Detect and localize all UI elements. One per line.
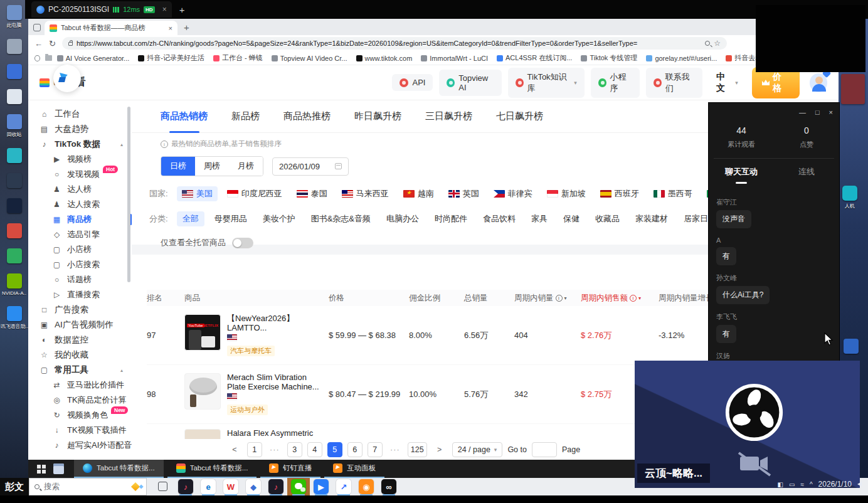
category-option[interactable]: 保健	[558, 211, 585, 226]
sidebar-item[interactable]: □ 广告搜索	[28, 302, 132, 317]
country-option[interactable]: 越南	[398, 186, 439, 201]
bookmark-item[interactable]: Tiktok 专线管理	[581, 53, 637, 63]
category-option[interactable]: 家具	[526, 211, 553, 226]
language-selector[interactable]: 中文 ▾	[716, 71, 738, 94]
sidebar-item[interactable]: ▣ AI广告视频制作	[28, 317, 132, 332]
bookmark-item[interactable]: AI Voice Generator...	[57, 55, 130, 62]
page-button[interactable]: 5	[327, 442, 342, 457]
bookmark-item[interactable]: ACL4SSR 在线订阅...	[497, 53, 572, 63]
category-option[interactable]: 全部	[177, 211, 204, 226]
desktop-icon[interactable]	[7, 89, 22, 104]
tab-search-icon[interactable]	[33, 24, 41, 31]
page-button[interactable]: <	[227, 442, 242, 457]
taskbar-app[interactable]: ∞	[378, 478, 400, 495]
sidebar-item[interactable]: ▦ 商品榜	[28, 212, 132, 227]
taskbar-app[interactable]: ▶	[310, 478, 332, 495]
reading-list-icon[interactable]	[34, 55, 40, 61]
taskbar-app[interactable]: 互动面板	[324, 460, 384, 478]
sidebar-item[interactable]: ◎ TK商品定价计算	[28, 393, 132, 408]
category-option[interactable]: 时尚配件	[429, 211, 473, 226]
period-option[interactable]: 周榜	[195, 157, 229, 176]
desktop-icon[interactable]: 回收站	[7, 114, 22, 138]
floating-widget[interactable]	[53, 65, 81, 92]
rank-tab[interactable]: 昨日飙升榜	[354, 100, 401, 133]
tray-icon[interactable]: ^	[810, 481, 813, 488]
column-header[interactable]: 总销量 ▾	[464, 293, 514, 304]
sidebar-item[interactable]: ♟ 达人榜	[28, 182, 132, 197]
browser-tab[interactable]: Tabcut 特看数据——商品榜 ×	[45, 21, 177, 35]
desktop-icon[interactable]	[7, 198, 22, 213]
taskbar-app[interactable]: W	[220, 478, 242, 495]
bookmark-item[interactable]: ImmortalWrt - LuCI	[421, 55, 488, 62]
header-nav-item[interactable]: Topview AI	[439, 70, 501, 96]
page-button[interactable]: 125	[408, 442, 427, 457]
period-option[interactable]: 月榜	[229, 157, 263, 176]
bookmark-item[interactable]: gorelay.net/#/useri...	[646, 55, 717, 62]
desktop-icon[interactable]: 此电脑	[7, 5, 22, 29]
sidebar-item[interactable]: ♪ 超写实AI外语配音	[28, 438, 132, 453]
column-header[interactable]: 周期内销售额 ▾	[581, 293, 659, 304]
desktop-icon[interactable]	[844, 339, 859, 354]
category-option[interactable]: 图书&杂志&音频	[305, 211, 376, 226]
country-option[interactable]: 泰国	[292, 186, 332, 201]
clock-date[interactable]: 2026/1/10	[818, 480, 852, 489]
page-button[interactable]: >	[432, 442, 447, 457]
country-option[interactable]: 新加坡	[542, 186, 591, 201]
taskbar-app[interactable]: Tabcut 特看数据...	[74, 460, 164, 478]
reload-icon[interactable]: ↻	[49, 39, 56, 48]
sidebar-item[interactable]: ↻ 视频换角色 New	[28, 408, 132, 423]
category-option[interactable]: 母婴用品	[209, 211, 253, 226]
bookmark-item[interactable]: Topview AI Video Cr...	[272, 55, 347, 62]
close-icon[interactable]: ×	[162, 5, 167, 14]
taskbar-app[interactable]: ♪	[174, 478, 197, 495]
taskbar-app[interactable]: ↗	[332, 478, 355, 495]
sidebar-item[interactable]: ☆ 我的收藏	[28, 347, 132, 363]
bookmark-item[interactable]: 抖音-记录美好生活	[138, 53, 204, 63]
remote-desktop-tab[interactable]: PC-20250113ISGI 12ms HD ×	[31, 1, 172, 18]
desktop-icon[interactable]: 讯飞语音助..	[1, 306, 28, 330]
maximize-icon[interactable]: □	[815, 109, 820, 116]
sidebar-item[interactable]: ○ 发现视频 Hot	[28, 167, 132, 182]
desktop-icon[interactable]	[7, 223, 22, 238]
tabcut-logo[interactable]: ut 特看	[40, 76, 129, 89]
taskbar-app[interactable]: ◆	[242, 478, 265, 495]
sidebar-item[interactable]: ▢ 小店搜索	[28, 257, 132, 272]
chat-tab[interactable]: 连线	[774, 166, 839, 184]
tray-icon[interactable]: ◧	[778, 481, 783, 488]
page-button[interactable]: ···	[388, 442, 403, 457]
page-button[interactable]: 6	[347, 442, 363, 457]
taskbar-app[interactable]: e	[197, 478, 220, 495]
sidebar-item[interactable]: ▢ 小店榜	[28, 242, 132, 257]
desktop-icon[interactable]	[7, 39, 22, 54]
rank-tab[interactable]: 商品热推榜	[283, 100, 331, 133]
page-button[interactable]: 7	[368, 442, 383, 457]
task-view-icon[interactable]	[158, 482, 167, 491]
product-cell[interactable]: YouTube NETFLIX 【NewYear2026】 LAMTTO... …	[184, 314, 329, 357]
close-tab-icon[interactable]: ×	[169, 24, 172, 32]
period-option[interactable]: 日榜	[161, 157, 195, 176]
page-button[interactable]: 3	[287, 442, 302, 457]
rank-tab[interactable]: 七日飙升榜	[496, 100, 543, 133]
desktop-icon[interactable]: 人机	[842, 186, 857, 209]
column-header[interactable]: 佣金比例 ▾	[409, 293, 464, 304]
country-option[interactable]: 墨西哥	[648, 186, 697, 201]
bookmark-item[interactable]: www.tiktok.com	[356, 55, 413, 62]
column-header[interactable]: 商品 ▾	[184, 293, 329, 304]
start-button[interactable]	[37, 465, 41, 469]
sort-caret-icon[interactable]: ▾	[564, 295, 567, 301]
avatar[interactable]	[810, 73, 828, 92]
zoom-icon[interactable]	[705, 41, 710, 46]
column-header[interactable]: 周期内销量 ▾	[514, 293, 581, 304]
header-nav-item[interactable]: API	[392, 74, 433, 91]
category-option[interactable]: 家装建材	[630, 211, 674, 226]
country-option[interactable]: 英国	[443, 186, 484, 201]
chat-tab[interactable]: 聊天互动	[709, 166, 774, 184]
sidebar-item[interactable]: ▶ 视频榜	[28, 152, 132, 167]
rank-tab[interactable]: 商品热销榜	[161, 100, 208, 133]
taskbar-app[interactable]: ◉	[355, 478, 378, 495]
product-cell[interactable]: Halara Flex Asymmetric	[184, 429, 329, 439]
date-picker[interactable]: 2026/01/09	[272, 157, 349, 176]
desktop-shortcut[interactable]	[841, 74, 865, 104]
speaker-icon[interactable]	[857, 482, 862, 487]
country-option[interactable]: 菲律宾	[489, 186, 537, 201]
